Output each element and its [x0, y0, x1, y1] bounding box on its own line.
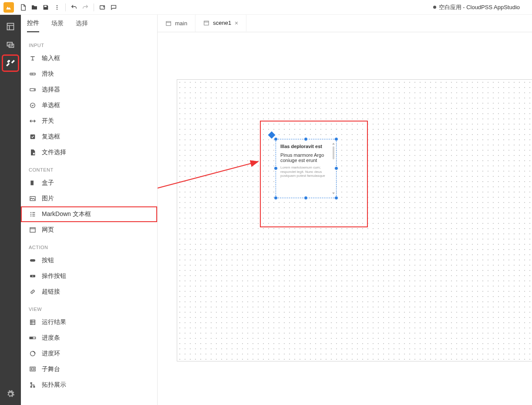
svg-rect-3 [100, 6, 105, 9]
file-picker-widget[interactable]: 文件选择 [21, 145, 157, 160]
widget-label: 子舞台 [42, 365, 60, 373]
svg-point-0 [57, 5, 57, 6]
svg-rect-18 [30, 320, 35, 325]
svg-rect-13 [30, 181, 34, 186]
resize-handle-br[interactable] [334, 196, 338, 200]
svg-rect-23 [31, 368, 34, 370]
progress-ring-widget[interactable]: 进度环 [21, 346, 157, 361]
progress-bar-icon [29, 334, 37, 342]
radio-widget[interactable]: 单选框 [21, 98, 157, 113]
resize-handle-tr[interactable] [334, 137, 338, 141]
slider-icon [29, 70, 37, 78]
resize-handle-lc[interactable] [274, 166, 278, 170]
selector-icon [29, 86, 37, 94]
hyperlink-widget[interactable]: 超链接 [21, 284, 157, 300]
widget-label: 复选框 [42, 133, 60, 141]
svg-rect-24 [30, 382, 32, 384]
screenshot-icon[interactable] [97, 2, 108, 13]
svg-line-29 [158, 162, 258, 199]
tab-label: scene1 [213, 20, 231, 26]
undo-icon[interactable] [68, 2, 80, 13]
widget-label: 图片 [42, 195, 54, 202]
save-icon[interactable] [40, 2, 51, 13]
md-heading: Illas deploravit est [280, 144, 332, 149]
resize-handle-bc[interactable] [304, 196, 308, 200]
button-widget[interactable]: 按钮 [21, 253, 157, 268]
sub-stage-widget[interactable]: 子舞台 [21, 361, 157, 377]
resize-handle-tc[interactable] [304, 137, 308, 141]
topology-widget[interactable]: 拓扑展示 [21, 377, 157, 393]
separator [65, 3, 66, 11]
file-icon [29, 148, 37, 156]
input-text-widget[interactable]: 输入框 [21, 51, 157, 66]
selector-widget[interactable]: 选择器 [21, 82, 157, 98]
webpage-icon [29, 226, 37, 234]
box-widget[interactable]: 盒子 [21, 175, 157, 191]
svg-rect-27 [166, 21, 171, 25]
group-action-head: ACTION [21, 238, 157, 253]
svg-rect-20 [30, 337, 33, 339]
annotate-icon[interactable] [108, 2, 119, 13]
action-button-widget[interactable]: 操作按钮 [21, 268, 157, 284]
text-input-icon [29, 54, 37, 62]
scrollbar[interactable] [333, 146, 334, 159]
svg-rect-25 [30, 386, 32, 388]
tab-widgets[interactable]: 控件 [27, 15, 39, 32]
tab-scenes[interactable]: 场景 [51, 15, 64, 32]
webpage-widget[interactable]: 网页 [21, 222, 157, 238]
app-logo [3, 2, 14, 13]
resize-handle-tl[interactable] [274, 137, 278, 141]
resize-handle-bl[interactable] [274, 196, 278, 200]
widget-label: 滑块 [42, 70, 54, 78]
resize-handle-rc[interactable] [334, 166, 338, 170]
checkbox-widget[interactable]: 复选框 [21, 129, 157, 145]
run-result-widget[interactable]: 运行结果 [21, 314, 157, 330]
open-file-icon[interactable] [29, 2, 40, 13]
widget-label: 开关 [42, 117, 54, 125]
markdown-icon [29, 210, 37, 218]
widget-label: 进度环 [42, 350, 60, 358]
checkbox-icon [29, 133, 37, 141]
widget-label: 按钮 [42, 256, 54, 264]
tab-scene1[interactable]: scene1 × [195, 15, 246, 32]
svg-rect-22 [30, 367, 35, 371]
window-title: 空白应用 - CloudPSS AppStudio [433, 3, 520, 11]
close-icon[interactable]: × [235, 20, 238, 27]
switch-widget[interactable]: 开关 [21, 113, 157, 129]
progress-ring-icon [29, 350, 37, 358]
box-icon [29, 179, 37, 187]
image-widget[interactable]: 图片 [21, 191, 157, 206]
tab-select[interactable]: 选择 [76, 15, 88, 32]
main-area: main scene1 × [158, 15, 532, 405]
scroll-up-icon[interactable] [332, 143, 335, 145]
widget-label: 文件选择 [42, 148, 66, 156]
widget-label: 盒子 [42, 179, 54, 187]
widget-label: 超链接 [42, 288, 60, 296]
tab-main[interactable]: main [158, 15, 195, 32]
settings-icon[interactable] [3, 387, 18, 402]
markdown-content: Illas deploravit est Pinus marmore Argo … [276, 139, 336, 198]
progress-bar-widget[interactable]: 进度条 [21, 330, 157, 346]
annotation-arrow [158, 158, 267, 202]
stage-icon [29, 365, 37, 373]
rail-layout-icon[interactable] [3, 19, 18, 34]
left-rail [0, 15, 21, 405]
svg-rect-15 [30, 228, 35, 233]
canvas-viewport[interactable]: Illas deploravit est Pinus marmore Argo … [158, 32, 532, 405]
markdown-widget[interactable]: MarkDown 文本框 [21, 206, 157, 222]
toolbar: 空白应用 - CloudPSS AppStudio [0, 0, 532, 15]
rail-media-icon[interactable] [3, 37, 18, 52]
svg-rect-8 [30, 73, 35, 75]
design-canvas[interactable]: Illas deploravit est Pinus marmore Argo … [177, 79, 532, 361]
md-paragraph: Pinus marmore Argo coniuge est erunt [280, 152, 332, 163]
selected-widget[interactable]: Illas deploravit est Pinus marmore Argo … [276, 139, 337, 198]
scroll-down-icon[interactable] [332, 192, 335, 194]
rail-tools-icon[interactable] [3, 56, 18, 71]
markdown-instance[interactable]: Illas deploravit est Pinus marmore Argo … [276, 139, 337, 198]
more-icon[interactable] [51, 2, 63, 13]
redo-icon[interactable] [80, 2, 91, 13]
editor-tabs: main scene1 × [158, 15, 532, 32]
slider-widget[interactable]: 滑块 [21, 66, 157, 82]
side-panel: 控件 场景 选择 INPUT 输入框 滑块 选择器 单选框 开关 复选框 文件选… [21, 15, 158, 405]
new-file-icon[interactable] [17, 2, 29, 13]
